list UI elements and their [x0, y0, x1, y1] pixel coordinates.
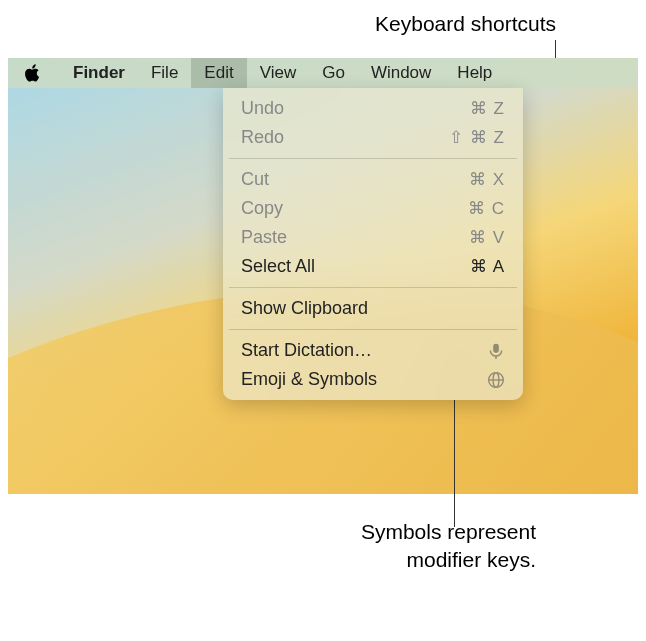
menu-shortcut: ⌘ Z: [470, 98, 505, 119]
menu-label: Emoji & Symbols: [241, 369, 377, 390]
menu-undo[interactable]: Undo ⌘ Z: [223, 94, 523, 123]
menu-shortcut: ⌘ V: [469, 227, 505, 248]
apple-menu-icon[interactable]: [22, 63, 42, 83]
menu-shortcut: ⌘ X: [469, 169, 505, 190]
menu-label: Redo: [241, 127, 284, 148]
menu-label: Copy: [241, 198, 283, 219]
menubar-file[interactable]: File: [138, 58, 191, 88]
menu-start-dictation[interactable]: Start Dictation…: [223, 336, 523, 365]
menu-label: Undo: [241, 98, 284, 119]
menu-separator: [229, 158, 517, 159]
menu-shortcut: ⌘ A: [470, 256, 505, 277]
menu-cut[interactable]: Cut ⌘ X: [223, 165, 523, 194]
menu-select-all[interactable]: Select All ⌘ A: [223, 252, 523, 281]
menu-copy[interactable]: Copy ⌘ C: [223, 194, 523, 223]
menu-separator: [229, 287, 517, 288]
menu-label: Show Clipboard: [241, 298, 368, 319]
desktop-wallpaper: Finder File Edit View Go Window Help Und…: [8, 58, 638, 494]
menubar-edit[interactable]: Edit: [191, 58, 246, 88]
annotation-keyboard-shortcuts: Keyboard shortcuts: [375, 10, 556, 37]
menu-redo[interactable]: Redo ⇧ ⌘ Z: [223, 123, 523, 152]
menubar-view[interactable]: View: [247, 58, 310, 88]
menu-bar: Finder File Edit View Go Window Help: [8, 58, 638, 88]
svg-rect-0: [493, 343, 499, 352]
globe-icon: [487, 371, 505, 389]
menubar-go[interactable]: Go: [309, 58, 358, 88]
menubar-app-name[interactable]: Finder: [60, 58, 138, 88]
menu-emoji-symbols[interactable]: Emoji & Symbols: [223, 365, 523, 394]
menu-show-clipboard[interactable]: Show Clipboard: [223, 294, 523, 323]
mic-icon: [487, 342, 505, 360]
menubar-help[interactable]: Help: [444, 58, 505, 88]
annotation-modifier-keys: Symbols represent modifier keys.: [361, 518, 536, 573]
menubar-window[interactable]: Window: [358, 58, 444, 88]
menu-label: Start Dictation…: [241, 340, 372, 361]
menu-shortcut: ⇧ ⌘ Z: [449, 127, 505, 148]
menu-separator: [229, 329, 517, 330]
menu-shortcut: ⌘ C: [468, 198, 505, 219]
menu-label: Paste: [241, 227, 287, 248]
menu-label: Cut: [241, 169, 269, 190]
menu-label: Select All: [241, 256, 315, 277]
edit-menu-dropdown: Undo ⌘ Z Redo ⇧ ⌘ Z Cut ⌘ X Copy ⌘ C Pas…: [223, 88, 523, 400]
menu-paste[interactable]: Paste ⌘ V: [223, 223, 523, 252]
